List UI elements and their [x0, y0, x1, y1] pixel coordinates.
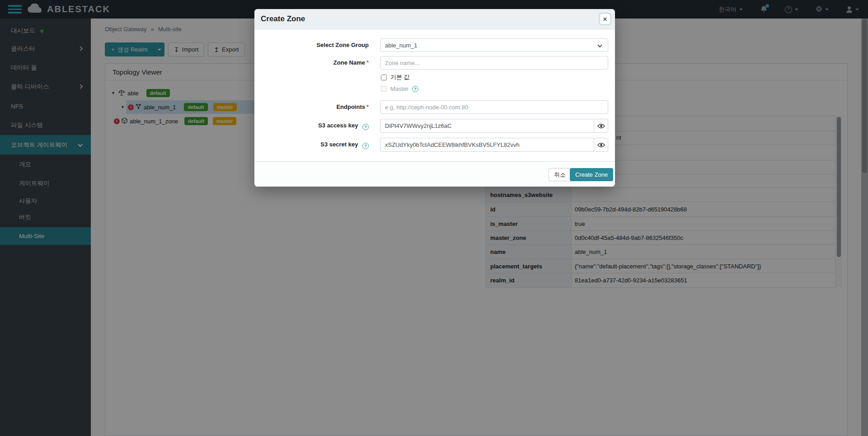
- zone-name-input[interactable]: [380, 56, 608, 70]
- endpoints-input[interactable]: [380, 100, 608, 114]
- zone-name-label: Zone Name*: [254, 59, 369, 66]
- s3-secret-key-label: S3 secret key ?: [254, 141, 369, 149]
- modal-title: Create Zone: [261, 14, 305, 23]
- create-zone-modal: Create Zone × Select Zone Group able_num…: [254, 9, 615, 187]
- zone-group-selected-value: able_num_1: [385, 42, 418, 49]
- s3-access-key-label: S3 access key ?: [254, 122, 369, 130]
- s3-access-key-field: [380, 119, 608, 133]
- required-asterisk: *: [366, 103, 369, 110]
- help-icon[interactable]: ?: [412, 86, 418, 92]
- master-checkbox-row: Master ?: [381, 85, 418, 92]
- field-label-text: Zone Name: [333, 59, 365, 66]
- endpoints-field: [380, 100, 608, 114]
- s3-secret-key-field: [380, 138, 608, 152]
- zone-group-select[interactable]: able_num_1: [380, 38, 608, 52]
- master-checkbox-label: Master: [390, 85, 408, 92]
- s3-secret-key-input[interactable]: [380, 138, 594, 152]
- required-asterisk: *: [366, 59, 369, 66]
- modal-header: Create Zone: [254, 9, 615, 29]
- field-label-text: S3 access key: [318, 122, 358, 129]
- default-checkbox-label: 기본 값: [390, 73, 410, 81]
- cancel-button[interactable]: 취소: [549, 168, 571, 181]
- eye-icon: [597, 123, 605, 129]
- endpoints-label: Endpoints*: [254, 103, 369, 110]
- field-label-text: S3 secret key: [320, 141, 358, 148]
- modal-footer: 취소 Create Zone: [254, 161, 615, 187]
- zone-name-field: [380, 56, 608, 70]
- default-checkbox-row: 기본 값: [381, 73, 410, 81]
- create-zone-button[interactable]: Create Zone: [570, 168, 613, 181]
- app-window: ABLESTACK 한국어 ? ⚙: [0, 0, 868, 436]
- master-checkbox: [381, 86, 387, 92]
- help-icon[interactable]: ?: [362, 124, 369, 130]
- help-icon[interactable]: ?: [362, 143, 369, 149]
- field-label-text: Select Zone Group: [316, 42, 369, 48]
- field-label-text: Endpoints: [336, 103, 365, 110]
- chevron-down-icon: [597, 44, 602, 47]
- s3-access-key-input[interactable]: [380, 119, 594, 133]
- eye-icon: [597, 142, 605, 148]
- show-secret-key-button[interactable]: [594, 138, 608, 152]
- default-checkbox[interactable]: [381, 75, 387, 80]
- select-zone-group-label: Select Zone Group: [254, 42, 369, 48]
- close-icon[interactable]: ×: [599, 13, 611, 25]
- show-access-key-button[interactable]: [594, 119, 608, 133]
